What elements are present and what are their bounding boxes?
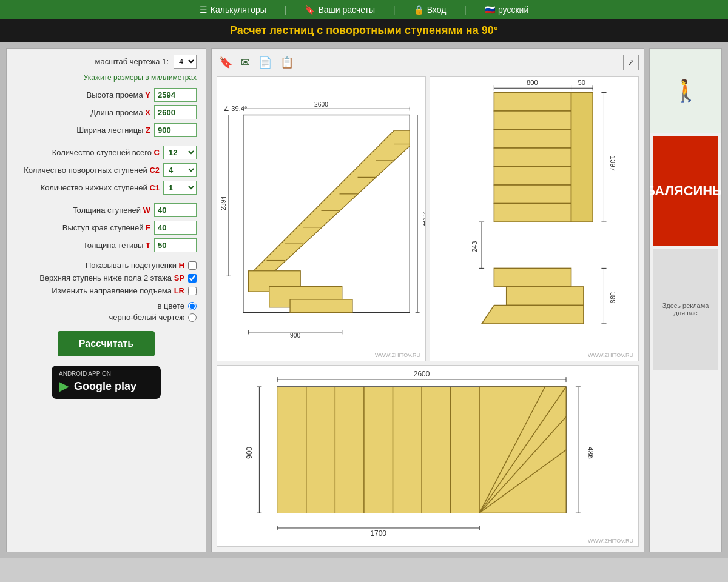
main-layout: масштаб чертежа 1: 4 1 2 3 5 6 Укажите р…	[0, 42, 728, 558]
svg-rect-40	[494, 148, 571, 167]
svg-text:50: 50	[578, 79, 585, 86]
scale-row: масштаб чертежа 1: 4 1 2 3 5 6	[16, 55, 197, 69]
svg-marker-14	[248, 130, 410, 276]
diagram-front-view: 800 50	[430, 76, 639, 361]
right-panel: 🚶 БАЛЯСИНЫ Здесь реклама для вас	[649, 48, 722, 552]
label-y: Высота проема Y	[87, 90, 150, 99]
copy-button[interactable]: 📋	[278, 53, 296, 72]
label-sp: Верхняя ступень ниже пола 2 этажа SP	[39, 273, 184, 283]
svg-text:900: 900	[246, 447, 254, 459]
select-c2[interactable]: 4 2356	[163, 163, 197, 177]
svg-text:2594: 2594	[422, 212, 425, 226]
watermark-3: WWW.ZHITOV.RU	[588, 538, 633, 544]
select-c1[interactable]: 1 0234	[163, 181, 197, 195]
nav-login[interactable]: 🔒 Вход	[414, 5, 447, 15]
gplay-row: ▶ Google play	[59, 378, 153, 394]
input-f[interactable]	[154, 221, 197, 235]
svg-rect-41	[494, 167, 571, 186]
nav-calculators[interactable]: ☰ Калькуляторы	[200, 5, 266, 15]
scale-select[interactable]: 4 1 2 3 5 6	[174, 55, 197, 69]
nav-your-calcs[interactable]: 🔖 Ваши расчеты	[305, 5, 375, 15]
radio-color[interactable]	[188, 302, 197, 310]
diagram-top-view: 2600 900	[217, 365, 639, 547]
svg-side-view: ∠ 39.4° 2600 2394	[217, 77, 425, 361]
svg-text:∠ 39.4°: ∠ 39.4°	[223, 105, 247, 112]
checkbox-lr[interactable]	[188, 287, 197, 295]
svg-text:399: 399	[609, 292, 616, 304]
svg-text:2600: 2600	[414, 370, 430, 378]
bookmark-button[interactable]: 🔖	[217, 53, 235, 72]
checkbox-h[interactable]	[188, 261, 197, 270]
top-navigation: ☰ Калькуляторы | 🔖 Ваши расчеты | 🔒 Вход…	[0, 0, 728, 19]
svg-rect-42	[494, 185, 571, 204]
calc-button[interactable]: Рассчитать	[58, 331, 155, 356]
field-row-w: Толщина ступеней W	[16, 203, 197, 217]
svg-top-view: 2600 900	[217, 366, 638, 546]
center-panel: 🔖 ✉ 📄 📋 ⤢ ∠ 39.4° 2600	[211, 48, 644, 552]
label-c2: Количество поворотных ступеней С2	[24, 166, 160, 175]
svg-text:1397: 1397	[609, 156, 616, 171]
email-button[interactable]: ✉	[238, 53, 252, 72]
pdf-button[interactable]: 📄	[256, 53, 274, 72]
field-row-z: Ширина лестницы Z	[16, 123, 197, 137]
expand-button[interactable]: ⤢	[623, 55, 639, 70]
hint-text: Укажите размеры в миллиметрах	[16, 73, 197, 82]
select-c[interactable]: 12 891011 13141516	[163, 146, 197, 159]
svg-marker-55	[482, 305, 584, 324]
svg-rect-69	[277, 387, 488, 513]
diagram-side-view: ∠ 39.4° 2600 2394	[217, 76, 426, 361]
ad-banner-bottom: Здесь реклама для вас	[653, 249, 718, 370]
nav-language[interactable]: 🇷🇺 русский	[485, 5, 528, 15]
svg-rect-39	[494, 129, 571, 148]
scale-label: масштаб чертежа 1:	[95, 57, 169, 66]
ad-banner-balyasiny: БАЛЯСИНЫ	[653, 136, 718, 246]
field-row-t: Толщина тетивы T	[16, 238, 197, 252]
field-row-c: Количество ступеней всего С 12 891011 13…	[16, 146, 197, 159]
field-row-c1: Количество нижних ступеней С1 1 0234	[16, 181, 197, 195]
lock-icon: 🔒	[414, 5, 424, 15]
checkbox-row-sp: Верхняя ступень ниже пола 2 этажа SP	[16, 273, 197, 283]
toolbar-icons: 🔖 ✉ 📄 📋	[217, 53, 296, 72]
label-t: Толщина тетивы T	[83, 241, 150, 250]
label-f: Выступ края ступеней F	[62, 223, 150, 232]
page-title: Расчет лестниц с поворотными ступенями н…	[0, 19, 728, 42]
label-c: Количество ступеней всего С	[52, 148, 160, 157]
ad-bottom: БАЛЯСИНЫ Здесь реклама для вас	[650, 133, 721, 373]
label-z: Ширина лестницы Z	[76, 125, 150, 135]
svg-text:243: 243	[471, 241, 478, 252]
label-bw: черно-белый чертеж	[109, 313, 184, 322]
android-line1: ANDROID APP ON	[59, 370, 153, 377]
menu-icon: ☰	[200, 5, 207, 15]
android-badge[interactable]: ANDROID APP ON ▶ Google play	[52, 366, 161, 399]
checkbox-row-lr: Изменить направление подъема LR	[16, 286, 197, 295]
label-w: Толщина ступеней W	[73, 206, 150, 215]
field-row-x: Длина проема X	[16, 105, 197, 119]
svg-text:1700: 1700	[370, 529, 386, 538]
input-w[interactable]	[154, 203, 197, 217]
svg-rect-53	[494, 268, 571, 287]
field-row-f: Выступ края ступеней F	[16, 221, 197, 235]
svg-text:800: 800	[527, 79, 538, 86]
radio-bw[interactable]	[188, 313, 197, 322]
ad-figure-icon: 🚶	[672, 78, 699, 104]
svg-text:900: 900	[290, 332, 300, 339]
left-panel: масштаб чертежа 1: 4 1 2 3 5 6 Укажите р…	[6, 48, 206, 552]
radio-row-bw: черно-белый чертеж	[16, 313, 197, 322]
radio-section: в цвете черно-белый чертеж	[16, 301, 197, 322]
input-y[interactable]	[154, 88, 197, 102]
svg-rect-38	[494, 111, 571, 130]
input-x[interactable]	[154, 105, 197, 119]
input-z[interactable]	[154, 123, 197, 137]
input-t[interactable]	[154, 238, 197, 252]
flag-icon: 🇷🇺	[485, 5, 495, 15]
label-x: Длина проема X	[90, 108, 150, 117]
checkbox-row-h: Показывать подступенки Н	[16, 261, 197, 270]
bookmark-nav-icon: 🔖	[305, 5, 315, 15]
field-row-y: Высота проема Y	[16, 88, 197, 102]
svg-rect-37	[494, 92, 571, 111]
checkbox-sp[interactable]	[188, 274, 197, 283]
svg-rect-17	[290, 299, 352, 312]
play-icon: ▶	[59, 378, 69, 394]
svg-rect-54	[507, 287, 584, 306]
label-c1: Количество нижних ступеней С1	[41, 183, 160, 192]
